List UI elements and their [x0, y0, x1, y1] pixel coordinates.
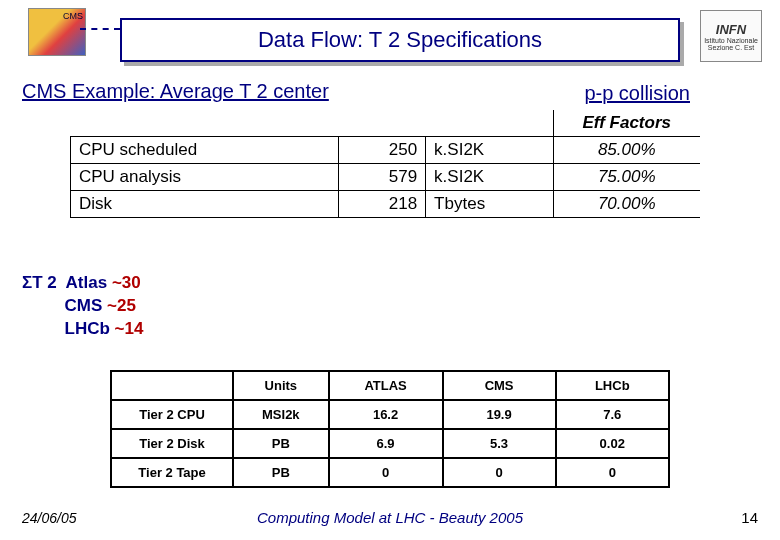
- infn-logo-line1: Istituto Nazionale: [704, 37, 758, 44]
- td: 19.9: [443, 400, 556, 429]
- td: 5.3: [443, 429, 556, 458]
- eff-header: Eff Factors: [553, 110, 700, 137]
- td: Tier 2 Disk: [111, 429, 233, 458]
- spec-table: Eff Factors CPU scheduled 250 k.SI2K 85.…: [70, 110, 700, 218]
- th: CMS: [443, 371, 556, 400]
- td: PB: [233, 429, 328, 458]
- title-bar: Data Flow: T 2 Specifications: [120, 18, 680, 62]
- table-header-row: Units ATLAS CMS LHCb: [111, 371, 669, 400]
- table-row: Tier 2 CPU MSI2k 16.2 19.9 7.6: [111, 400, 669, 429]
- sigma-val: ~25: [107, 296, 136, 315]
- spec-name: CPU analysis: [71, 164, 339, 191]
- td: MSI2k: [233, 400, 328, 429]
- sigma-val: ~14: [115, 319, 144, 338]
- th: Units: [233, 371, 328, 400]
- td: 0: [443, 458, 556, 487]
- th: ATLAS: [329, 371, 443, 400]
- th: [111, 371, 233, 400]
- infn-logo-line2: Sezione C. Est: [708, 44, 754, 51]
- sigma-val: ~30: [112, 273, 141, 292]
- footer-title: Computing Model at LHC - Beauty 2005: [0, 509, 780, 526]
- spec-val: 250: [338, 137, 425, 164]
- td: 0: [329, 458, 443, 487]
- infn-logo: INFN Istituto Nazionale Sezione C. Est: [700, 10, 762, 62]
- sigma-name: LHCb: [65, 319, 110, 338]
- td: 16.2: [329, 400, 443, 429]
- td: Tier 2 Tape: [111, 458, 233, 487]
- page-title: Data Flow: T 2 Specifications: [258, 27, 542, 53]
- spec-eff: 85.00%: [553, 137, 700, 164]
- td: PB: [233, 458, 328, 487]
- sigma-name: CMS: [65, 296, 103, 315]
- cms-logo: CMS: [28, 8, 86, 56]
- spec-unit: Tbytes: [426, 191, 553, 218]
- dash-line: [80, 28, 120, 30]
- table-row: CPU scheduled 250 k.SI2K 85.00%: [71, 137, 701, 164]
- spec-val: 218: [338, 191, 425, 218]
- sigma-prefix: ΣT 2: [22, 273, 57, 292]
- spec-name: CPU scheduled: [71, 137, 339, 164]
- spec-unit: k.SI2K: [426, 164, 553, 191]
- spec-name: Disk: [71, 191, 339, 218]
- infn-logo-top: INFN: [716, 22, 746, 37]
- cms-logo-label: CMS: [63, 11, 83, 21]
- table-row: CPU analysis 579 k.SI2K 75.00%: [71, 164, 701, 191]
- sigma-block: ΣT 2 Atlas ~30 CMS ~25 LHCb ~14: [22, 272, 143, 341]
- collision-label: p-p collision: [584, 82, 690, 105]
- th: LHCb: [556, 371, 669, 400]
- subtitle: CMS Example: Average T 2 center: [22, 80, 329, 103]
- spec-eff: 70.00%: [553, 191, 700, 218]
- spec-eff: 75.00%: [553, 164, 700, 191]
- footer-page: 14: [741, 509, 758, 526]
- table-row: Disk 218 Tbytes 70.00%: [71, 191, 701, 218]
- td: 7.6: [556, 400, 669, 429]
- slide: CMS Data Flow: T 2 Specifications INFN I…: [0, 0, 780, 540]
- spec-unit: k.SI2K: [426, 137, 553, 164]
- table-row: Tier 2 Disk PB 6.9 5.3 0.02: [111, 429, 669, 458]
- td: Tier 2 CPU: [111, 400, 233, 429]
- sigma-name: Atlas: [66, 273, 108, 292]
- td: 6.9: [329, 429, 443, 458]
- comparison-table: Units ATLAS CMS LHCb Tier 2 CPU MSI2k 16…: [110, 370, 670, 488]
- td: 0: [556, 458, 669, 487]
- td: 0.02: [556, 429, 669, 458]
- spec-val: 579: [338, 164, 425, 191]
- table-row: Tier 2 Tape PB 0 0 0: [111, 458, 669, 487]
